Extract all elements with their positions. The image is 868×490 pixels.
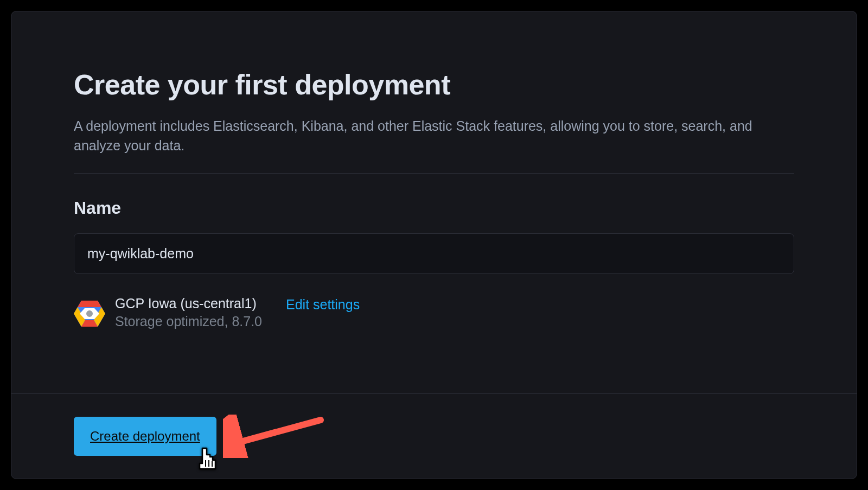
edit-settings-link[interactable]: Edit settings <box>286 297 360 313</box>
create-deployment-panel: Create your first deployment A deploymen… <box>11 11 857 479</box>
provider-row: GCP Iowa (us-central1) Storage optimized… <box>74 296 794 329</box>
deployment-name-input[interactable] <box>74 233 794 274</box>
panel-footer: Create deployment <box>11 393 857 479</box>
gcp-icon <box>74 298 105 327</box>
page-title: Create your first deployment <box>74 68 794 101</box>
name-label: Name <box>74 198 794 218</box>
provider-config: Storage optimized, 8.7.0 <box>115 314 262 329</box>
panel-content: Create your first deployment A deploymen… <box>11 11 857 351</box>
provider-region: GCP Iowa (us-central1) <box>115 296 262 311</box>
svg-point-6 <box>86 310 93 317</box>
svg-marker-1 <box>78 301 101 307</box>
name-section: Name GCP Iowa (us-central1) <box>74 174 794 329</box>
provider-text: GCP Iowa (us-central1) Storage optimized… <box>115 296 262 329</box>
create-deployment-button[interactable]: Create deployment <box>74 417 216 456</box>
page-description: A deployment includes Elasticsearch, Kib… <box>74 116 794 156</box>
